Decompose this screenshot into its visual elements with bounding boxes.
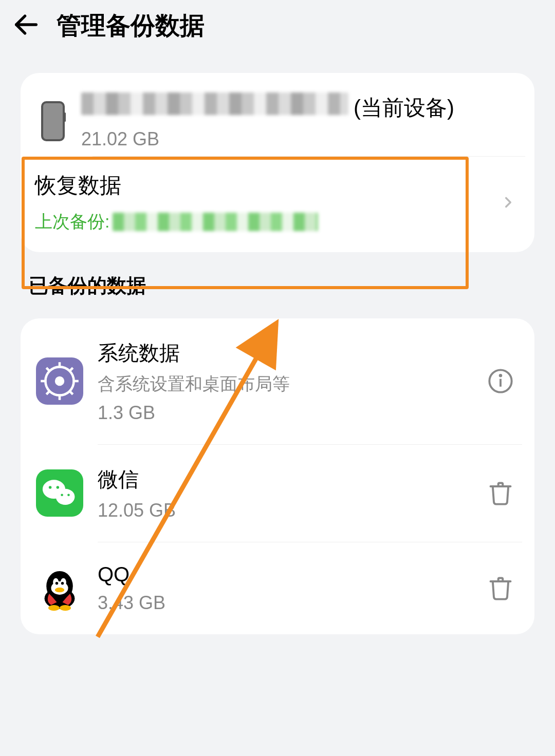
redacted-device-name <box>81 92 348 115</box>
app-size: 12.05 GB <box>98 500 473 521</box>
trash-icon[interactable] <box>487 480 514 506</box>
app-name: 微信 <box>98 465 473 494</box>
section-title: 已备份的数据 <box>29 273 555 299</box>
arrow-left-icon <box>11 10 41 40</box>
device-size: 21.02 GB <box>81 128 519 150</box>
qq-icon <box>36 564 83 612</box>
device-card: (当前设备) 21.02 GB 恢复数据 上次备份: <box>21 73 534 252</box>
chevron-right-icon <box>499 194 517 211</box>
trash-icon[interactable] <box>487 575 514 601</box>
back-button[interactable] <box>11 10 41 42</box>
header: 管理备份数据 <box>0 0 555 58</box>
svg-point-27 <box>55 582 59 585</box>
settings-gear-icon <box>36 357 83 405</box>
restore-row[interactable]: 恢复数据 上次备份: <box>21 157 534 252</box>
svg-point-29 <box>55 588 64 592</box>
svg-point-3 <box>55 376 64 386</box>
redacted-last-backup <box>113 213 318 231</box>
device-name: (当前设备) <box>81 92 519 123</box>
svg-point-30 <box>48 605 60 611</box>
app-row-qq[interactable]: QQ 3.43 GB <box>21 542 534 634</box>
restore-subtitle: 上次备份: <box>35 210 499 234</box>
svg-point-18 <box>57 486 60 489</box>
page-title: 管理备份数据 <box>57 9 205 42</box>
svg-point-14 <box>500 375 502 376</box>
svg-point-28 <box>61 582 64 585</box>
svg-point-21 <box>67 494 70 497</box>
phone-icon <box>41 101 65 141</box>
app-size: 1.3 GB <box>98 402 473 424</box>
app-size: 3.43 GB <box>98 592 473 614</box>
svg-point-20 <box>61 494 63 497</box>
app-row-system[interactable]: 系统数据 含系统设置和桌面布局等 1.3 GB <box>21 318 534 444</box>
svg-point-17 <box>49 486 52 489</box>
app-desc: 含系统设置和桌面布局等 <box>98 372 473 396</box>
restore-title: 恢复数据 <box>35 171 499 200</box>
app-name: QQ <box>98 563 473 586</box>
info-icon[interactable] <box>487 368 514 394</box>
apps-card: 系统数据 含系统设置和桌面布局等 1.3 GB 微信 12.05 GB <box>21 318 534 634</box>
svg-point-31 <box>60 605 71 611</box>
app-row-wechat[interactable]: 微信 12.05 GB <box>21 445 534 542</box>
app-name: 系统数据 <box>98 339 473 367</box>
wechat-icon <box>36 469 83 517</box>
device-row[interactable]: (当前设备) 21.02 GB <box>21 73 534 156</box>
svg-point-19 <box>56 489 75 505</box>
